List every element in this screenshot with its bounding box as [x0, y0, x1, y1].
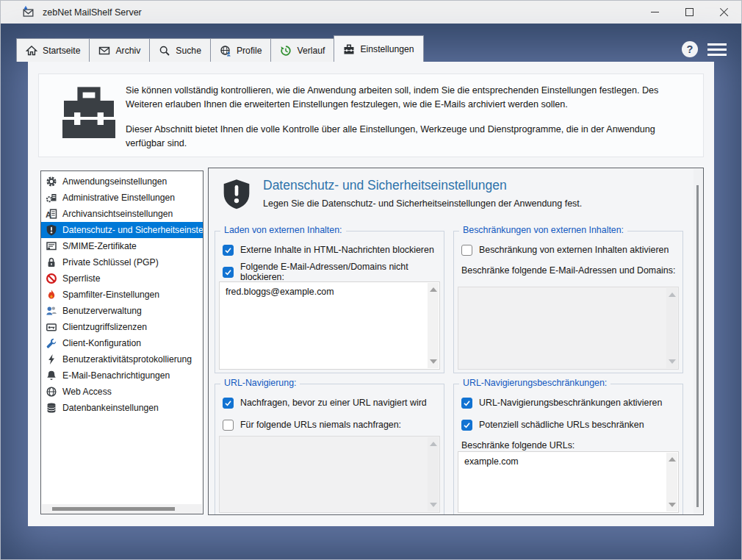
whitelist-addresses-textarea[interactable]: fred.bloggs@example.com	[219, 281, 440, 370]
checkbox-whitelist-addresses[interactable]	[223, 267, 234, 278]
sidebar-item-benutzeraktivitaetsprotokollierung[interactable]: Benutzeraktivitätsprotokollierung	[41, 351, 203, 367]
gear-icon	[46, 176, 57, 187]
tab-profile[interactable]: Profile	[210, 38, 272, 62]
sidebar-horizontal-scrollbar[interactable]	[42, 504, 202, 514]
intro-section: Sie können vollständig kontrollieren, wi…	[38, 73, 704, 157]
globe-profile-icon	[220, 45, 231, 57]
minimize-icon	[651, 12, 659, 12]
checkbox-never-ask-urls[interactable]	[223, 420, 234, 431]
users-icon	[46, 305, 57, 317]
sidebar-item-client-konfiguration[interactable]: Client-Konfiguration	[41, 335, 203, 351]
textarea-scrollbar[interactable]	[666, 453, 677, 511]
sidebar-item-datenschutz-sicherheit[interactable]: Datenschutz- und Sicherheitseinstellunge…	[41, 222, 203, 238]
sidebar-item-administrative-einstellungen[interactable]: Administrative Einstellungen	[41, 190, 203, 206]
group-legend: URL-Navigierung:	[220, 378, 300, 388]
app-window: zebNet MailShelf Server Startseite Archi…	[0, 0, 742, 560]
app-logo-icon	[22, 6, 35, 18]
envelope-icon	[98, 45, 110, 57]
sidebar-item-anwendungseinstellungen[interactable]: Anwendungseinstellungen	[41, 173, 203, 190]
tab-label: Profile	[237, 46, 262, 56]
scroll-up-icon[interactable]	[430, 287, 437, 292]
lightning-icon	[46, 353, 57, 365]
check-icon	[463, 421, 471, 429]
checkbox-label: Nachfragen, bevor zu einer URL navigiert…	[240, 398, 427, 408]
checkbox-label: Folgende E-Mail-Adressen/Domains nicht b…	[240, 262, 444, 282]
help-button[interactable]: ?	[682, 41, 698, 57]
checkbox-enable-url-restrictions[interactable]	[461, 398, 472, 409]
checkbox-ask-before-navigate[interactable]	[223, 398, 234, 409]
never-ask-urls-textarea[interactable]	[219, 436, 440, 513]
checkbox-label: Potenziell schädliche URLs beschränken	[479, 420, 644, 430]
flame-icon	[46, 289, 57, 301]
lock-icon	[46, 256, 57, 268]
checkbox-restrict-harmful-urls[interactable]	[461, 420, 472, 431]
scrollbar-thumb[interactable]	[696, 185, 699, 507]
restrict-urls-label: Beschränke folgende URLs:	[461, 440, 682, 450]
group-beschraenkungen-externe-inhalte: Beschränkungen von externen Inhalten: Be…	[453, 231, 683, 373]
scroll-down-icon[interactable]	[669, 359, 676, 364]
check-icon	[224, 246, 232, 254]
scroll-up-icon[interactable]	[669, 457, 676, 462]
check-icon	[224, 399, 232, 407]
wrench-icon	[46, 337, 57, 349]
check-icon	[463, 399, 471, 407]
textarea-scrollbar[interactable]	[428, 437, 439, 511]
intro-paragraph-2: Dieser Abschnitt bietet Ihnen die volle …	[126, 123, 693, 151]
tab-archiv[interactable]: Archiv	[89, 38, 150, 62]
group-laden-externe-inhalte: Laden von externen Inhalten: Externe Inh…	[215, 231, 444, 373]
restrict-addresses-textarea[interactable]	[458, 287, 679, 370]
sidebar-item-smime-zertifikate[interactable]: S/MIME-Zertifikate	[41, 238, 203, 254]
panel-vertical-scrollbar[interactable]	[694, 169, 702, 514]
titlebar: zebNet MailShelf Server	[1, 1, 741, 24]
bell-icon	[46, 370, 57, 381]
settings-nav: Anwendungseinstellungen Administrative E…	[40, 170, 203, 514]
window-title: zebNet MailShelf Server	[43, 7, 142, 18]
scroll-up-icon[interactable]	[669, 292, 676, 297]
tab-label: Suche	[176, 46, 201, 56]
tab-label: Startseite	[43, 46, 80, 56]
scroll-down-icon[interactable]	[430, 359, 437, 364]
settings-panel: Datenschutz- und Sicherheitseinstellunge…	[208, 168, 704, 515]
restrict-urls-textarea[interactable]: example.com	[458, 451, 679, 513]
maximize-button[interactable]	[672, 1, 707, 24]
tab-suche[interactable]: Suche	[149, 38, 211, 62]
menu-button[interactable]	[707, 43, 727, 56]
toolbox-large-icon	[58, 87, 120, 141]
tab-einstellungen[interactable]: Einstellungen	[334, 35, 423, 62]
sidebar-item-private-schluessel[interactable]: Private Schlüssel (PGP)	[41, 254, 203, 270]
scrollbar-thumb[interactable]	[52, 507, 175, 511]
checkbox-label: URL-Navigierungsbeschränkungen aktiviere…	[479, 398, 662, 408]
checkbox-enable-content-restriction[interactable]	[461, 245, 472, 256]
shield-large-icon	[220, 175, 253, 213]
tab-startseite[interactable]: Startseite	[16, 38, 90, 62]
sidebar-item-archivansichtseinstellungen[interactable]: A Archivansichtseinstellungen	[41, 206, 203, 222]
checkbox-block-external-content[interactable]	[223, 245, 234, 256]
history-icon	[280, 45, 292, 57]
group-url-navigierungsbeschraenkungen: URL-Navigierungsbeschränkungen: URL-Navi…	[453, 384, 683, 515]
tab-verlauf[interactable]: Verlauf	[270, 38, 334, 62]
block-icon	[46, 273, 57, 284]
check-icon	[224, 268, 232, 276]
scroll-down-icon[interactable]	[430, 503, 437, 507]
textarea-scrollbar[interactable]	[428, 283, 439, 368]
sidebar-item-benutzerverwaltung[interactable]: Benutzerverwaltung	[41, 303, 203, 319]
sidebar-item-datenbankeinstellungen[interactable]: Datenbankeinstellungen	[41, 400, 203, 416]
sidebar-item-spamfilter[interactable]: Spamfilter-Einstellungen	[41, 287, 203, 303]
sidebar-item-sperrliste[interactable]: Sperrliste	[41, 270, 203, 287]
workspace-background: Startseite Archiv Suche	[1, 24, 741, 559]
tab-label: Einstellungen	[360, 44, 414, 54]
checkbox-label: Beschränkung von externen Inhalten aktiv…	[479, 245, 669, 255]
group-legend: URL-Navigierungsbeschränkungen:	[459, 378, 610, 388]
sidebar-item-clientzugriffslizenzen[interactable]: Clientzugriffslizenzen	[41, 319, 203, 335]
scroll-up-icon[interactable]	[430, 442, 437, 446]
sidebar-item-web-access[interactable]: Web Access	[41, 384, 203, 400]
checkbox-label: Externe Inhalte in HTML-Nachrichten bloc…	[240, 245, 434, 255]
minimize-button[interactable]	[638, 1, 672, 24]
textarea-scrollbar[interactable]	[666, 288, 677, 368]
intro-paragraph-1: Sie können vollständig kontrollieren, wi…	[126, 84, 693, 112]
close-button[interactable]	[707, 1, 741, 24]
sidebar-item-email-benachrichtigungen[interactable]: E-Mail-Benachrichtigungen	[41, 367, 203, 384]
panel-title: Datenschutz- und Sicherheitseinstellunge…	[263, 178, 507, 193]
scroll-down-icon[interactable]	[669, 503, 676, 507]
group-legend: Laden von externen Inhalten:	[220, 225, 346, 235]
